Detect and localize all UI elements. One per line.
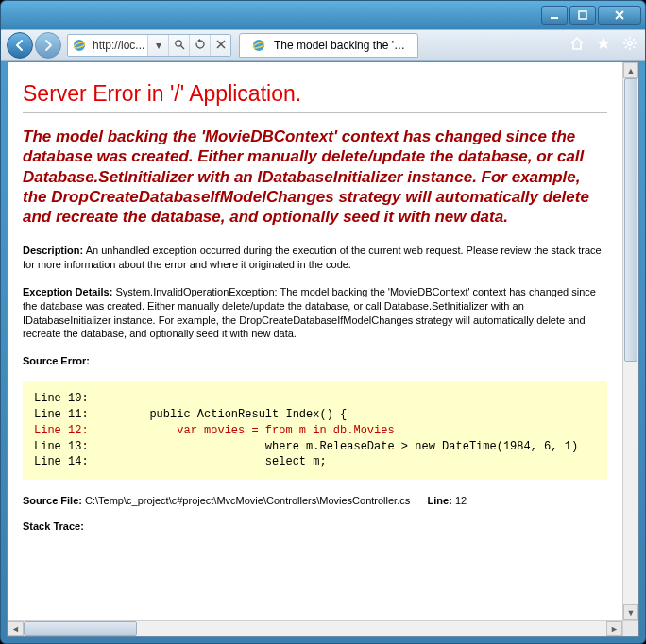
- home-button[interactable]: [568, 36, 586, 55]
- hscroll-thumb[interactable]: [24, 621, 137, 636]
- refresh-button[interactable]: [189, 35, 210, 56]
- exception-section: Exception Details: System.InvalidOperati…: [23, 285, 607, 341]
- tab-title: The model backing the 'Movi...: [274, 39, 410, 52]
- vscroll-thumb[interactable]: [624, 78, 638, 362]
- favorites-button[interactable]: [594, 36, 613, 55]
- tools-button[interactable]: [620, 36, 639, 55]
- page-title: Server Error in '/' Application.: [23, 81, 607, 107]
- address-text[interactable]: http://loc...: [91, 39, 147, 52]
- scroll-left-button[interactable]: ◄: [8, 621, 24, 636]
- source-error-label: Source Error:: [23, 354, 607, 368]
- description-label: Description:: [23, 245, 83, 256]
- svg-point-8: [628, 42, 632, 45]
- forward-button[interactable]: [35, 32, 61, 59]
- error-page: Server Error in '/' Application. The mod…: [8, 62, 622, 620]
- vertical-scrollbar[interactable]: ▲ ▼: [622, 62, 638, 620]
- code-line-12-highlighted: Line 12: var movies = from m in db.Movie…: [34, 424, 395, 437]
- svg-point-4: [175, 40, 180, 45]
- svg-line-5: [180, 45, 183, 48]
- svg-rect-0: [551, 17, 558, 19]
- refresh-icon: [195, 39, 206, 53]
- source-file-path: C:\Temp\c_project\c#project\MvcMovie\Con…: [85, 495, 410, 506]
- svg-line-15: [625, 46, 627, 48]
- description-section: Description: An unhandled exception occu…: [23, 244, 607, 272]
- source-file-section: Source File: C:\Temp\c_project\c#project…: [23, 495, 607, 506]
- address-dropdown-button[interactable]: ▾: [147, 35, 168, 56]
- back-button[interactable]: [7, 32, 33, 59]
- svg-line-14: [633, 46, 635, 48]
- description-text: An unhandled exception occurred during t…: [23, 245, 602, 270]
- svg-line-16: [633, 39, 635, 41]
- line-label: Line:: [428, 495, 452, 506]
- minimize-button[interactable]: [541, 6, 568, 25]
- browser-tab[interactable]: The model backing the 'Movi...: [239, 33, 418, 58]
- source-code-box: Line 10: Line 11: public ActionResult In…: [23, 381, 607, 480]
- scroll-right-button[interactable]: ►: [606, 621, 622, 636]
- source-file-label: Source File:: [23, 495, 82, 506]
- svg-rect-1: [579, 11, 586, 19]
- scroll-up-button[interactable]: ▲: [623, 62, 638, 78]
- titlebar[interactable]: [1, 1, 645, 29]
- scroll-corner: [622, 620, 638, 636]
- stack-trace-label: Stack Trace:: [23, 519, 607, 534]
- stop-icon: [216, 39, 226, 52]
- scroll-down-button[interactable]: ▼: [623, 604, 638, 620]
- code-line-10: Line 10:: [34, 392, 89, 405]
- code-line-13: Line 13: where m.ReleaseDate > new DateT…: [34, 440, 578, 453]
- close-button[interactable]: [598, 6, 641, 25]
- gear-icon: [622, 36, 638, 55]
- content-area: Server Error in '/' Application. The mod…: [7, 61, 639, 637]
- ie-icon: [72, 38, 87, 53]
- browser-window: http://loc... ▾ The model: [0, 0, 646, 644]
- vscroll-track[interactable]: [623, 78, 638, 604]
- line-number: 12: [455, 495, 467, 506]
- error-message: The model backing the 'MovieDBContext' c…: [23, 127, 607, 227]
- star-icon: [596, 36, 611, 55]
- horizontal-scrollbar[interactable]: ◄ ►: [8, 620, 622, 636]
- code-line-11: Line 11: public ActionResult Index() {: [34, 408, 347, 421]
- search-icon: [174, 39, 185, 53]
- code-line-14: Line 14: select m;: [34, 455, 327, 468]
- search-button[interactable]: [168, 35, 189, 56]
- home-icon: [570, 36, 585, 55]
- ie-icon: [251, 38, 266, 53]
- stop-button[interactable]: [210, 35, 230, 56]
- divider: [23, 112, 607, 113]
- exception-label: Exception Details:: [23, 286, 112, 297]
- svg-line-13: [625, 39, 627, 41]
- maximize-button[interactable]: [570, 6, 596, 25]
- address-bar[interactable]: http://loc... ▾: [67, 34, 231, 57]
- navbar: http://loc... ▾ The model: [1, 29, 645, 61]
